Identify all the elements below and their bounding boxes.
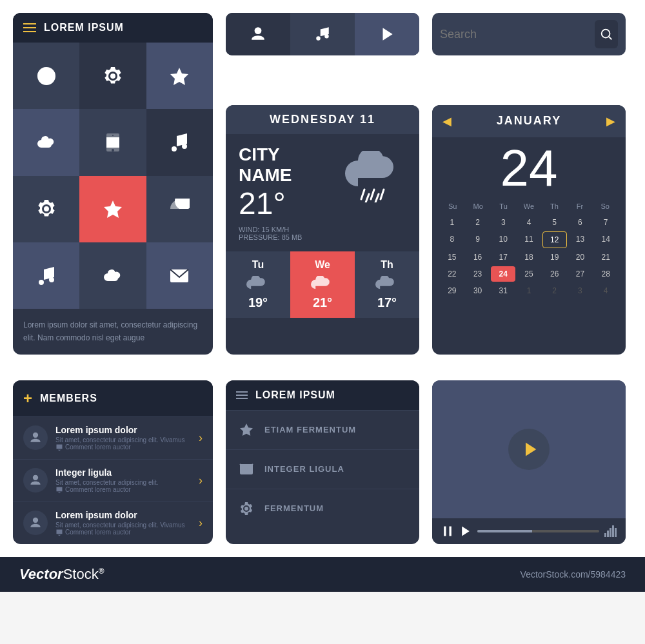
weather-wind: WIND: 15 KM/H bbox=[239, 226, 335, 233]
member-sub: Sit amet, consectetur adipiscing elit. bbox=[55, 479, 191, 486]
menu-item-2[interactable]: INTEGER LIGULA bbox=[226, 449, 419, 489]
app-menu-header: LOREM IPSUM bbox=[13, 13, 213, 43]
calendar-day[interactable]: 15 bbox=[440, 249, 464, 265]
icon-cell-pie[interactable] bbox=[13, 43, 79, 109]
calendar-day[interactable]: 10 bbox=[491, 231, 515, 248]
menu-item-3[interactable]: FERMENTUM bbox=[226, 489, 419, 528]
calendar-day[interactable]: 1 bbox=[440, 215, 464, 230]
calendar-day[interactable]: 20 bbox=[568, 249, 593, 265]
calendar-day[interactable]: 8 bbox=[440, 231, 464, 248]
member-arrow[interactable]: › bbox=[199, 516, 203, 530]
icon-cell-music2[interactable] bbox=[146, 109, 213, 175]
members-add-icon[interactable]: + bbox=[23, 389, 32, 407]
calendar-day[interactable]: 4 bbox=[517, 215, 541, 230]
calendar-day[interactable]: 1 bbox=[517, 283, 541, 298]
calendar-day[interactable]: 11 bbox=[517, 231, 541, 248]
progress-fill bbox=[477, 530, 532, 532]
calendar-day[interactable]: 3 bbox=[491, 215, 515, 230]
cal-header-su: Su bbox=[440, 200, 465, 212]
calendar-day[interactable]: 12 bbox=[542, 231, 567, 248]
calendar-day[interactable]: 25 bbox=[517, 266, 541, 282]
calendar-prev[interactable]: ◀ bbox=[442, 114, 452, 128]
calendar-day[interactable]: 5 bbox=[542, 215, 567, 230]
tab-music[interactable] bbox=[290, 13, 355, 55]
calendar-day[interactable]: 6 bbox=[568, 215, 593, 230]
icon-cell-star[interactable] bbox=[146, 43, 213, 109]
svg-rect-15 bbox=[450, 526, 452, 536]
calendar-day[interactable]: 7 bbox=[593, 215, 618, 230]
icon-cell-cloud[interactable] bbox=[13, 109, 79, 175]
play-button-small[interactable] bbox=[459, 525, 472, 538]
cal-header-so: So bbox=[593, 200, 618, 212]
icon-cell-phone[interactable] bbox=[79, 109, 146, 175]
calendar-day[interactable]: 29 bbox=[440, 283, 464, 298]
calendar-day[interactable]: 3 bbox=[568, 283, 593, 298]
icon-cell-gear[interactable] bbox=[79, 43, 146, 109]
pause-button[interactable] bbox=[441, 525, 454, 538]
icon-cell-pie2[interactable] bbox=[146, 176, 213, 242]
hamburger-icon-small bbox=[236, 391, 248, 399]
calendar-day[interactable]: 16 bbox=[466, 249, 490, 265]
member-info: Lorem ipsum dolor Sit amet, consectetur … bbox=[55, 425, 191, 451]
calendar-day[interactable]: 19 bbox=[542, 249, 567, 265]
video-player-card bbox=[432, 380, 626, 544]
footer: VectorStock® VectorStock.com/5984423 bbox=[0, 557, 645, 592]
calendar-day[interactable]: 28 bbox=[593, 266, 618, 282]
video-area bbox=[432, 380, 626, 518]
calendar-day[interactable]: 17 bbox=[491, 249, 515, 265]
tab-person[interactable] bbox=[226, 13, 290, 55]
tab-play[interactable] bbox=[355, 13, 419, 55]
member-arrow[interactable]: › bbox=[199, 431, 203, 445]
calendar-next[interactable]: ▶ bbox=[606, 114, 615, 128]
nav-tabs-card bbox=[226, 13, 419, 55]
members-title: MEMBERS bbox=[40, 393, 97, 404]
footer-url: VectorStock.com/5984423 bbox=[521, 569, 626, 580]
calendar-date-large: 24 bbox=[432, 137, 626, 197]
calendar-day[interactable]: 13 bbox=[568, 231, 593, 248]
avatar bbox=[23, 425, 48, 450]
footer-brand: VectorStock® bbox=[19, 566, 104, 583]
play-button-large[interactable] bbox=[508, 429, 550, 470]
svg-rect-14 bbox=[444, 526, 446, 536]
calendar-day[interactable]: 14 bbox=[593, 231, 618, 248]
cal-header-fr: Fr bbox=[567, 200, 592, 212]
calendar-day[interactable]: 4 bbox=[593, 283, 618, 298]
icon-cell-mail[interactable] bbox=[146, 242, 213, 309]
icon-cell-gear2[interactable] bbox=[13, 176, 79, 242]
icon-cell-star-red[interactable] bbox=[79, 176, 146, 242]
progress-bar[interactable] bbox=[477, 530, 599, 532]
calendar-day[interactable]: 21 bbox=[593, 249, 618, 265]
svg-line-7 bbox=[371, 190, 374, 199]
calendar-day[interactable]: 22 bbox=[440, 266, 464, 282]
menu-list-card: LOREM IPSUM ETIAM FERMENTUM INTEGER LIGU… bbox=[226, 380, 419, 544]
avatar bbox=[23, 511, 48, 535]
search-button[interactable] bbox=[595, 20, 618, 48]
member-name: Lorem ipsum dolor bbox=[55, 425, 191, 435]
calendar-day[interactable]: 26 bbox=[542, 266, 567, 282]
calendar-day[interactable]: 2 bbox=[542, 283, 567, 298]
cal-header-th: Th bbox=[542, 200, 567, 212]
member-item-1: Lorem ipsum dolor Sit amet, consectetur … bbox=[13, 416, 213, 459]
icon-cell-cloud2[interactable] bbox=[79, 242, 146, 309]
hamburger-icon[interactable] bbox=[23, 23, 36, 32]
calendar-day[interactable]: 24 bbox=[491, 266, 515, 282]
calendar-day[interactable]: 31 bbox=[491, 283, 515, 298]
menu-item-2-label: INTEGER LIGULA bbox=[264, 464, 344, 474]
menu-list-title: LOREM IPSUM bbox=[255, 389, 335, 401]
cal-header-we: We bbox=[516, 200, 541, 212]
member-info: Integer ligula Sit amet, consectetur adi… bbox=[55, 467, 191, 494]
calendar-day[interactable]: 18 bbox=[517, 249, 541, 265]
member-comment: Comment lorem auctor bbox=[55, 486, 191, 494]
member-arrow[interactable]: › bbox=[199, 474, 203, 487]
cal-header-mo: Mo bbox=[465, 200, 490, 212]
icon-cell-music3[interactable] bbox=[13, 242, 79, 309]
menu-item-1[interactable]: ETIAM FERMENTUM bbox=[226, 410, 419, 449]
weather-icon bbox=[342, 144, 406, 205]
calendar-day[interactable]: 9 bbox=[466, 231, 490, 248]
calendar-day[interactable]: 2 bbox=[466, 215, 490, 230]
search-input[interactable] bbox=[440, 28, 590, 41]
calendar-day[interactable]: 30 bbox=[466, 283, 490, 298]
calendar-month: JANUARY bbox=[497, 114, 561, 128]
calendar-day[interactable]: 27 bbox=[568, 266, 593, 282]
calendar-day[interactable]: 23 bbox=[466, 266, 490, 282]
